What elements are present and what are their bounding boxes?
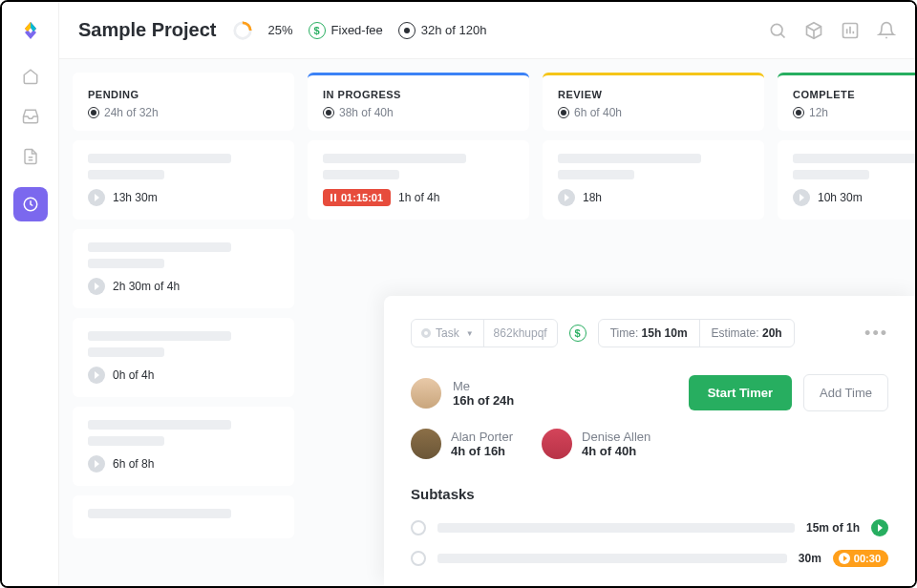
- task-selector[interactable]: Task▼ 862khupqf: [411, 319, 558, 347]
- column-pending: PENDING 24h of 32h 13h 30m 2h 30m of 4h …: [73, 73, 294, 573]
- dollar-icon: $: [309, 22, 326, 39]
- play-icon[interactable]: [88, 455, 105, 472]
- cube-icon[interactable]: [804, 21, 823, 40]
- contributors: Alan Porter4h of 16h Denise Allen4h of 4…: [411, 429, 888, 459]
- task-card[interactable]: 2h 30m of 4h: [73, 229, 294, 308]
- task-id: 862khupqf: [484, 320, 557, 346]
- target-icon: [558, 107, 569, 118]
- subtasks-heading: Subtasks: [411, 486, 888, 502]
- time-icon[interactable]: [13, 187, 48, 221]
- project-title: Sample Project: [78, 19, 217, 41]
- running-timer[interactable]: 00:30: [833, 550, 888, 567]
- inbox-icon[interactable]: [21, 107, 40, 126]
- play-icon[interactable]: [793, 189, 810, 206]
- fee-badge: $Fixed-fee: [309, 22, 383, 39]
- target-icon: [398, 22, 416, 39]
- svg-point-3: [771, 24, 782, 35]
- play-icon: [839, 553, 850, 564]
- progress-ring-icon: [232, 20, 253, 41]
- bell-icon[interactable]: [877, 21, 896, 40]
- add-time-button[interactable]: Add Time: [803, 374, 888, 411]
- sidebar: [2, 2, 59, 586]
- running-timer[interactable]: 01:15:01: [323, 189, 391, 206]
- topbar: Sample Project 25% $Fixed-fee 32h of 120…: [59, 2, 915, 59]
- pause-icon: [331, 194, 336, 201]
- subtask-row[interactable]: 15m of 1h: [411, 519, 888, 536]
- contributor[interactable]: Denise Allen4h of 40h: [542, 429, 650, 459]
- avatar: [411, 429, 441, 459]
- contributor[interactable]: Alan Porter4h of 16h: [411, 429, 513, 459]
- current-user-row: Me16h of 24h Start Timer Add Time: [411, 374, 888, 411]
- column-header[interactable]: COMPLETE 12h: [778, 73, 915, 131]
- task-card[interactable]: 0h of 4h: [73, 318, 294, 397]
- status-dot-icon: [421, 328, 431, 338]
- avatar[interactable]: [411, 378, 441, 409]
- status-circle-icon[interactable]: [411, 520, 426, 536]
- home-icon[interactable]: [21, 67, 40, 86]
- play-icon[interactable]: [88, 278, 105, 295]
- avatar: [542, 429, 572, 459]
- column-header[interactable]: PENDING 24h of 32h: [73, 73, 294, 131]
- time-stats: Time: 15h 10m Estimate: 20h: [598, 319, 795, 347]
- progress-pct: 25%: [268, 23, 293, 37]
- status-circle-icon[interactable]: [411, 551, 426, 566]
- task-card[interactable]: 18h: [543, 140, 764, 220]
- column-header[interactable]: IN PROGRESS 38h of 40h: [308, 73, 529, 131]
- subtask-placeholder: [437, 523, 795, 533]
- subtask-placeholder: [437, 554, 787, 563]
- task-card[interactable]: 13h 30m: [73, 140, 294, 220]
- chevron-down-icon: ▼: [466, 329, 474, 338]
- play-icon[interactable]: [88, 189, 105, 206]
- play-icon[interactable]: [558, 189, 575, 206]
- hours-badge: 32h of 120h: [398, 22, 487, 39]
- task-card[interactable]: 6h of 8h: [73, 407, 294, 486]
- task-detail-modal: Task▼ 862khupqf $ Time: 15h 10m Estimate…: [384, 296, 915, 586]
- play-icon[interactable]: [88, 367, 105, 384]
- play-icon[interactable]: [871, 519, 888, 536]
- billable-icon[interactable]: $: [569, 325, 586, 342]
- target-icon: [88, 107, 99, 118]
- task-card[interactable]: 10h 30m: [778, 140, 915, 220]
- start-timer-button[interactable]: Start Timer: [689, 375, 792, 410]
- column-header[interactable]: REVIEW 6h of 40h: [543, 73, 764, 131]
- board: PENDING 24h of 32h 13h 30m 2h 30m of 4h …: [59, 59, 915, 586]
- task-card[interactable]: [73, 495, 294, 538]
- subtask-row[interactable]: 30m 00:30: [411, 550, 888, 567]
- target-icon: [323, 107, 334, 118]
- chart-icon[interactable]: [841, 21, 860, 40]
- logo[interactable]: [19, 19, 42, 46]
- document-icon[interactable]: [21, 147, 40, 166]
- task-card[interactable]: 01:15:011h of 4h: [308, 140, 529, 220]
- search-icon[interactable]: [768, 21, 787, 40]
- more-icon[interactable]: •••: [864, 324, 888, 344]
- target-icon: [793, 107, 804, 118]
